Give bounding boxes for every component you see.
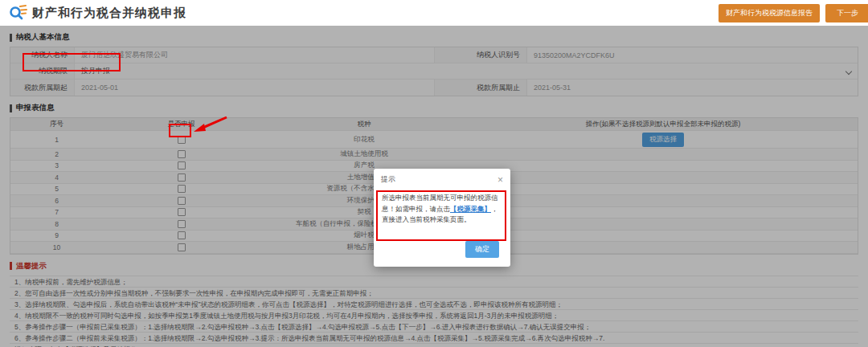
close-icon[interactable]: × (497, 176, 503, 184)
page-title: 财产和行为税合并纳税申报 (32, 6, 186, 21)
hint-dialog: 提示 × 所选申报表当前属期无可申报的税源信息！如需申报，请点击【税源采集】，直… (374, 169, 510, 267)
topbar: 财产和行为税合并纳税申报 财产和行为税税源信息报告 下一步 (0, 0, 868, 26)
dialog-header: 提示 × (374, 169, 510, 188)
dialog-title: 提示 (381, 174, 395, 185)
tax-declaration-page: 财产和行为税合并纳税申报 财产和行为税税源信息报告 下一步 纳税人基本信息 纳税… (0, 0, 868, 347)
magnifier-logo-icon (8, 3, 27, 22)
next-step-button[interactable]: 下一步 (825, 4, 868, 22)
tax-source-collect-link[interactable]: 【税源采集】 (450, 205, 491, 213)
tax-source-report-button[interactable]: 财产和行为税税源信息报告 (719, 4, 820, 22)
topbar-buttons: 财产和行为税税源信息报告 下一步 (719, 4, 860, 22)
confirm-button[interactable]: 确定 (465, 241, 499, 258)
dialog-body: 所选申报表当前属期无可申报的税源信息！如需申报，请点击【税源采集】，直接进入当前… (374, 188, 510, 226)
